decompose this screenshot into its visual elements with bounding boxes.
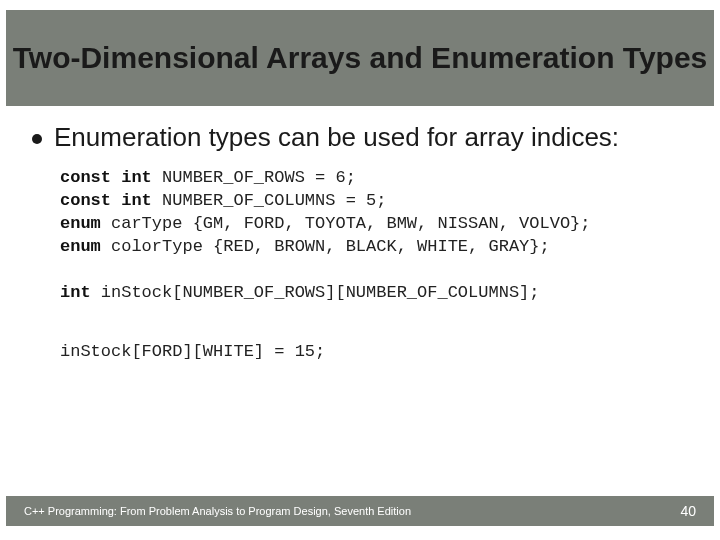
keyword-enum: enum — [60, 237, 101, 256]
code-text: NUMBER_OF_ROWS = 6; — [152, 168, 356, 187]
slide: Two-Dimensional Arrays and Enumeration T… — [0, 0, 720, 540]
slide-body: Enumeration types can be used for array … — [32, 122, 680, 364]
bullet-text: Enumeration types can be used for array … — [54, 122, 619, 153]
bullet-item: Enumeration types can be used for array … — [32, 122, 680, 153]
keyword-int: int — [60, 283, 91, 302]
title-band: Two-Dimensional Arrays and Enumeration T… — [6, 10, 714, 106]
footer-bar: C++ Programming: From Problem Analysis t… — [6, 496, 714, 526]
page-number: 40 — [680, 503, 696, 519]
footer-text: C++ Programming: From Problem Analysis t… — [24, 505, 411, 517]
bullet-dot-icon — [32, 134, 42, 144]
keyword-enum: enum — [60, 214, 101, 233]
keyword-const-int: const int — [60, 191, 152, 210]
keyword-const-int: const int — [60, 168, 152, 187]
code-text: inStock[NUMBER_OF_ROWS][NUMBER_OF_COLUMN… — [91, 283, 540, 302]
code-block-declarations: const int NUMBER_OF_ROWS = 6; const int … — [60, 167, 680, 305]
code-text: inStock[FORD][WHITE] = 15; — [60, 342, 325, 361]
code-text: NUMBER_OF_COLUMNS = 5; — [152, 191, 387, 210]
code-text: carType {GM, FORD, TOYOTA, BMW, NISSAN, … — [101, 214, 591, 233]
code-block-statement: inStock[FORD][WHITE] = 15; — [60, 341, 680, 364]
code-text: colorType {RED, BROWN, BLACK, WHITE, GRA… — [101, 237, 550, 256]
slide-title: Two-Dimensional Arrays and Enumeration T… — [13, 41, 708, 76]
